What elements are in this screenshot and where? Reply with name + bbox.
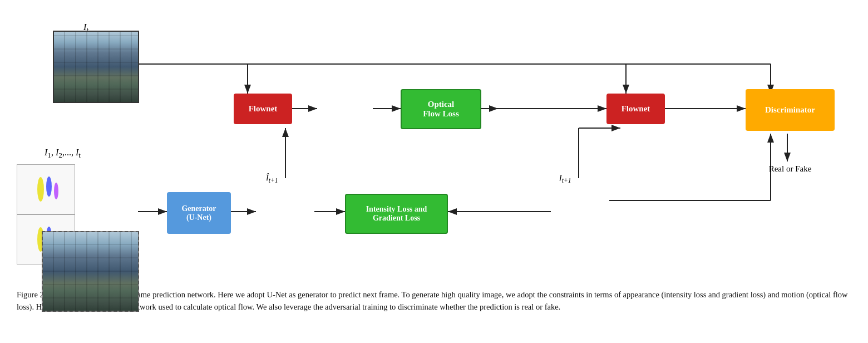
input-frame-it	[53, 31, 139, 103]
label-i1-it: I1, I2,..., It	[45, 148, 81, 160]
flownet2-box: Flownet	[606, 94, 665, 124]
figure-caption: Figure 2. The pipeline of our video fram…	[17, 288, 851, 313]
flow-image-1	[17, 164, 75, 214]
optical-flow-loss-box: Optical Flow Loss	[401, 89, 481, 129]
label-ihat: Ît+1	[266, 174, 278, 184]
diagram: It I1, I2,..., It Flownet Optical Flow L…	[17, 11, 851, 284]
svg-point-25	[54, 183, 58, 199]
real-or-fake-label: Real or Fake	[751, 164, 829, 174]
discriminator-box: Discriminator	[746, 89, 835, 131]
intensity-loss-box: Intensity Loss and Gradient Loss	[345, 194, 448, 234]
input-frames-sequence	[42, 231, 139, 312]
label-it1: It+1	[559, 174, 571, 184]
flownet1-box: Flownet	[234, 94, 292, 124]
arrows-layer	[17, 11, 851, 284]
svg-point-23	[37, 177, 44, 202]
generator-box: Generator (U-Net)	[167, 192, 231, 234]
svg-point-24	[46, 177, 52, 197]
